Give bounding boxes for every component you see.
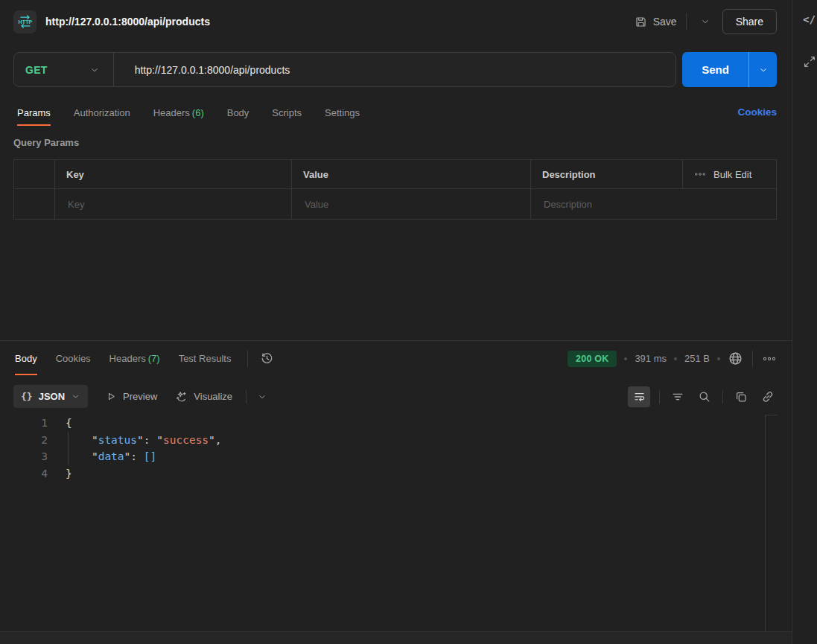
chevron-down-icon xyxy=(758,65,769,75)
bulk-edit-button[interactable]: Bulk Edit xyxy=(683,160,776,188)
word-wrap-icon xyxy=(633,390,646,403)
search-icon xyxy=(698,390,711,404)
save-options-button[interactable] xyxy=(696,13,715,30)
code-line: 3 "data": [] xyxy=(0,448,792,465)
format-label: JSON xyxy=(39,391,65,402)
toolbar-divider xyxy=(722,390,723,404)
line-number: 1 xyxy=(0,415,48,432)
play-icon xyxy=(106,391,117,402)
right-sidebar: </ xyxy=(792,0,817,644)
query-params-empty-row xyxy=(14,189,776,219)
ellipsis-icon xyxy=(694,171,706,177)
copy-icon xyxy=(734,390,748,404)
response-bar-divider xyxy=(247,351,248,367)
bottom-divider xyxy=(0,631,792,644)
url-divider xyxy=(113,53,114,86)
line-number: 2 xyxy=(0,432,48,449)
bulk-edit-label: Bulk Edit xyxy=(713,169,751,180)
tab-authorization[interactable]: Authorization xyxy=(74,103,130,126)
response-tab-cookies[interactable]: Cookies xyxy=(56,342,91,375)
save-button[interactable]: Save xyxy=(635,16,677,28)
param-description-input[interactable] xyxy=(542,198,765,211)
code-line: 4} xyxy=(0,465,792,482)
sparkle-icon xyxy=(175,390,188,403)
history-icon[interactable] xyxy=(260,351,274,366)
response-tab-test-results[interactable]: Test Results xyxy=(179,342,232,375)
response-size: 251 B xyxy=(684,353,710,364)
visualize-options-chevron-icon[interactable] xyxy=(257,392,267,402)
request-tabs: Params Authorization Headers(6) Body Scr… xyxy=(17,103,360,125)
response-headers-count: (7) xyxy=(148,353,160,364)
response-meta: 200 OK 391 ms 251 B xyxy=(568,351,777,367)
format-selector[interactable]: {} JSON xyxy=(13,385,88,408)
braces-icon: {} xyxy=(21,391,33,402)
collapse-expand-icon[interactable] xyxy=(803,55,816,68)
code-line: 2 "status": "success", xyxy=(0,432,792,449)
line-number: 4 xyxy=(0,465,48,482)
line-number: 3 xyxy=(0,448,48,465)
meta-dot xyxy=(674,357,677,360)
network-globe-icon[interactable] xyxy=(728,351,743,366)
tab-scripts[interactable]: Scripts xyxy=(272,103,302,126)
method-selector[interactable]: GET xyxy=(14,53,113,86)
response-scrollbar[interactable] xyxy=(765,415,778,631)
response-time: 391 ms xyxy=(635,353,667,364)
response-more-options-icon[interactable] xyxy=(762,356,777,362)
response-tab-body[interactable]: Body xyxy=(15,342,37,375)
meta-dot xyxy=(624,357,627,360)
tab-body[interactable]: Body xyxy=(227,103,249,126)
query-params-title: Query Params xyxy=(13,137,79,148)
toolbar-divider xyxy=(659,390,660,404)
chevron-down-icon xyxy=(700,16,710,27)
preview-button[interactable]: Preview xyxy=(106,391,157,402)
filter-button[interactable] xyxy=(669,388,687,406)
send-label[interactable]: Send xyxy=(682,52,748,87)
send-button[interactable]: Send xyxy=(682,52,777,87)
url-input[interactable] xyxy=(133,63,675,77)
headers-count: (6) xyxy=(192,107,204,118)
cookies-link[interactable]: Cookies xyxy=(737,106,777,118)
select-column-header xyxy=(14,160,55,188)
topbar-divider xyxy=(686,13,687,30)
query-params-table: Key Value Description Bulk Edit xyxy=(13,159,777,220)
save-label: Save xyxy=(653,16,677,28)
tab-settings[interactable]: Settings xyxy=(325,103,360,126)
meta-divider xyxy=(752,351,753,367)
copy-button[interactable] xyxy=(732,388,750,406)
visualize-label: Visualize xyxy=(194,391,232,402)
tab-headers[interactable]: Headers(6) xyxy=(153,103,204,126)
param-value-input[interactable] xyxy=(303,198,519,211)
search-button[interactable] xyxy=(696,388,713,406)
param-key-input[interactable] xyxy=(66,198,280,211)
response-panel: Body Cookies Headers(7) Test Results 200… xyxy=(0,340,792,482)
method-label: GET xyxy=(25,64,48,76)
preview-label: Preview xyxy=(123,391,157,402)
code-snippet-icon[interactable]: </ xyxy=(803,13,816,25)
key-column-header: Key xyxy=(55,160,292,188)
response-tab-headers[interactable]: Headers(7) xyxy=(109,342,160,375)
link-button[interactable] xyxy=(759,388,777,406)
svg-text:HTTP: HTTP xyxy=(18,19,32,25)
value-column-header: Value xyxy=(292,160,531,188)
request-header-bar: HTTP http://127.0.0.1:8000/api/products … xyxy=(0,0,792,43)
visualize-button[interactable]: Visualize xyxy=(175,390,232,403)
status-badge: 200 OK xyxy=(568,351,617,367)
row-select-cell[interactable] xyxy=(14,189,55,219)
response-tabs-bar: Body Cookies Headers(7) Test Results 200… xyxy=(0,341,792,376)
chevron-down-icon xyxy=(71,392,80,401)
share-button[interactable]: Share xyxy=(722,9,777,34)
http-request-icon: HTTP xyxy=(13,10,36,34)
word-wrap-toggle[interactable] xyxy=(628,386,650,407)
code-line: 1{ xyxy=(0,415,792,432)
description-column-header: Description xyxy=(531,160,683,188)
app-window: HTTP http://127.0.0.1:8000/api/products … xyxy=(0,0,817,644)
tab-params[interactable]: Params xyxy=(17,103,51,126)
toolbar-divider xyxy=(246,390,247,404)
meta-dot xyxy=(717,357,720,360)
request-url-bar: GET xyxy=(13,52,676,87)
chevron-down-icon xyxy=(89,65,100,75)
request-title: http://127.0.0.1:8000/api/products xyxy=(45,16,210,28)
response-body-viewer: 1{2 "status": "success",3 "data": []4} xyxy=(0,415,792,482)
send-options-button[interactable] xyxy=(749,52,777,87)
json-code: 1{2 "status": "success",3 "data": []4} xyxy=(0,415,792,482)
